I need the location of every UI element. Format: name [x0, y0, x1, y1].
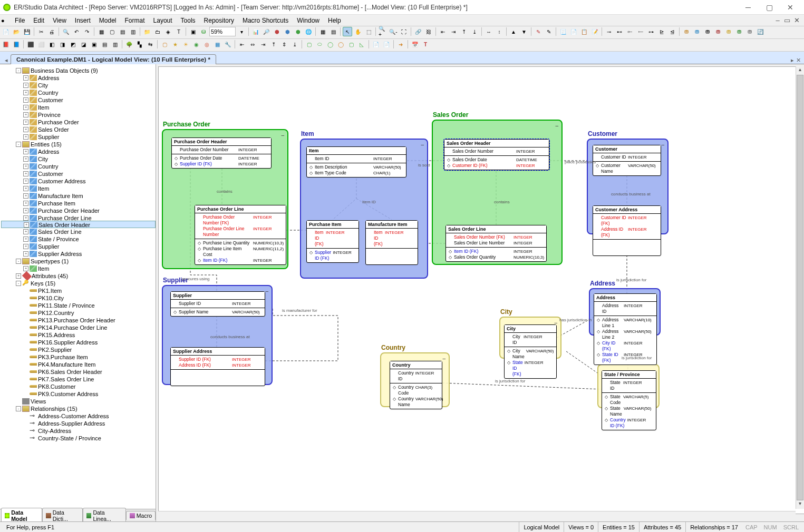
menu-repository[interactable]: Repository — [200, 16, 238, 25]
mdi-restore[interactable]: ▭ — [783, 16, 791, 24]
rel7-icon[interactable]: ⊴ — [667, 27, 677, 36]
tree-item[interactable]: PK13.Purchase Order Header — [1, 316, 156, 323]
a-mid-icon[interactable]: ⇕ — [279, 40, 289, 49]
tree-item[interactable]: -Business Data Objects (9) — [1, 66, 156, 74]
tree-item[interactable]: PK2.Supplier — [1, 346, 156, 353]
ci-grn-icon[interactable]: ◯ — [325, 40, 335, 49]
text-t-icon[interactable]: T — [421, 40, 430, 49]
tree-item[interactable]: +Supplier — [1, 242, 156, 250]
sun-icon[interactable]: ☀ — [181, 40, 190, 49]
repo2-icon[interactable]: ⬢ — [283, 27, 292, 36]
rel5-icon[interactable]: ⊶ — [646, 27, 656, 36]
tree-item[interactable]: +Purchase Item — [1, 199, 156, 206]
tree-item[interactable]: +Customer — [1, 170, 156, 177]
book-red-icon[interactable]: 📕 — [1, 40, 11, 49]
tree-item[interactable]: +Address — [1, 74, 156, 81]
layer-up-icon[interactable]: ▲ — [509, 27, 518, 36]
pointer-icon[interactable]: ↖ — [343, 27, 352, 36]
tree-item[interactable]: Address-Supplier Address — [1, 419, 156, 427]
tree-item[interactable]: +Province — [1, 111, 156, 118]
clip2-icon[interactable]: ✎ — [544, 27, 554, 36]
db1-icon[interactable]: ⛃ — [682, 27, 691, 36]
hand-icon[interactable]: ✋ — [353, 27, 363, 36]
tree-item[interactable]: PK3.Purchase Item — [1, 353, 156, 360]
close-button[interactable]: ✕ — [780, 1, 801, 14]
tree-item[interactable]: PK15.Address — [1, 331, 156, 338]
tree-item[interactable]: +Address — [1, 147, 156, 155]
tree-item[interactable]: +Supplier Address — [1, 250, 156, 257]
x6-icon[interactable]: ◪ — [79, 40, 88, 49]
zoomin-icon[interactable]: 🔍+ — [378, 27, 388, 36]
tree-item[interactable]: PK8.Customer — [1, 382, 156, 390]
x3-icon[interactable]: ◧ — [47, 40, 56, 49]
tree-item[interactable]: +Item — [1, 103, 156, 111]
db4-icon[interactable]: ⛃ — [713, 27, 723, 36]
preview-icon[interactable]: 🔍 — [61, 27, 71, 36]
collapse-icon[interactable]: – — [421, 142, 424, 147]
swap-icon[interactable]: ⇆ — [146, 40, 155, 49]
fit-icon[interactable]: ⛶ — [399, 27, 409, 36]
pg1-icon[interactable]: 📄 — [371, 40, 381, 49]
pg2-icon[interactable]: 📄 — [382, 40, 391, 49]
domain-icon[interactable]: ◈ — [163, 27, 173, 36]
cut-icon[interactable]: ✂ — [36, 27, 46, 36]
cascade-icon[interactable]: ▦ — [318, 27, 327, 36]
repo3-icon[interactable]: ⬢ — [293, 27, 303, 36]
x9-icon[interactable]: ▥ — [110, 40, 120, 49]
doc2-icon[interactable]: 📄 — [569, 27, 578, 36]
calendar-icon[interactable]: 📅 — [410, 40, 420, 49]
doc4-icon[interactable]: 📝 — [590, 27, 599, 36]
clip1-icon[interactable]: ✎ — [534, 27, 543, 36]
tree-item[interactable]: PK9.Customer Address — [1, 390, 156, 397]
marquee-zoom-icon[interactable]: ⬚ — [364, 27, 373, 36]
collapse-icon[interactable]: – — [265, 288, 268, 294]
tree-item[interactable]: City-Address — [1, 427, 156, 434]
x8-icon[interactable]: ▤ — [100, 40, 109, 49]
text-icon[interactable]: T — [174, 27, 183, 36]
menu-file[interactable]: File — [11, 16, 29, 25]
db3-icon[interactable]: ⛃ — [703, 27, 712, 36]
undo-icon[interactable]: ↶ — [72, 27, 81, 36]
zoom-drop-icon[interactable]: ▾ — [237, 27, 246, 36]
tree-item[interactable]: +Purchase Order Line — [1, 214, 156, 221]
a-center-icon[interactable]: ⇔ — [248, 40, 257, 49]
tile-icon[interactable]: ▤ — [328, 27, 338, 36]
tree-item[interactable]: +Item — [1, 264, 156, 272]
tree-item[interactable]: -Supertypes (1) — [1, 257, 156, 264]
world-icon[interactable]: 🌐 — [304, 27, 313, 36]
tree-item[interactable]: PK11.State / Province — [1, 301, 156, 309]
save-icon[interactable]: 💾 — [22, 27, 32, 36]
tree-item[interactable]: +Customer — [1, 96, 156, 103]
x5-icon[interactable]: ◩ — [68, 40, 78, 49]
a-left-icon[interactable]: ⇤ — [237, 40, 247, 49]
entity-pol[interactable]: Purchase Order LinePurchase Order Number… — [195, 205, 286, 265]
ci-org-icon[interactable]: ◯ — [336, 40, 345, 49]
tree-icon[interactable]: 🌳 — [124, 40, 134, 49]
tree-item[interactable]: PK6.Sales Order Header — [1, 368, 156, 375]
sq-grn-icon[interactable]: ▢ — [304, 40, 314, 49]
db7-icon[interactable]: ⛃ — [745, 27, 754, 36]
db2-icon[interactable]: ⛃ — [692, 27, 702, 36]
tree-item[interactable]: +Sales Order — [1, 125, 156, 133]
table-icon[interactable]: ▤ — [118, 27, 127, 36]
x4-icon[interactable]: ◨ — [57, 40, 67, 49]
tree-item[interactable]: Address-Customer Address — [1, 412, 156, 419]
tree-item[interactable]: PK1.Item — [1, 287, 156, 294]
tree-item[interactable]: +Country — [1, 88, 156, 96]
diagram-canvas[interactable]: Purchase Order–Item–Sales Order–Customer… — [158, 66, 804, 514]
x2-icon[interactable]: ⬜ — [36, 40, 46, 49]
tree-item[interactable]: +City — [1, 81, 156, 88]
open-icon[interactable]: 📂 — [12, 27, 21, 36]
rel3-icon[interactable]: ⟜ — [625, 27, 635, 36]
entity-soh[interactable]: Sales Order HeaderSales Order NumberINTE… — [444, 139, 549, 170]
tree-item[interactable]: PK4.Manufacture Item — [1, 360, 156, 368]
tree-item[interactable]: +Manufacture Item — [1, 192, 156, 199]
a-top-icon[interactable]: ⤒ — [269, 40, 278, 49]
collapse-icon[interactable]: – — [281, 132, 284, 138]
layer-down-icon[interactable]: ▼ — [519, 27, 529, 36]
db-icon[interactable]: ⛁ — [199, 27, 208, 36]
refresh-icon[interactable]: 🔄 — [755, 27, 765, 36]
rel6-icon[interactable]: ⊵ — [657, 27, 666, 36]
a-bot-icon[interactable]: ⤓ — [290, 40, 299, 49]
tree-item[interactable]: +Supplier — [1, 133, 156, 140]
